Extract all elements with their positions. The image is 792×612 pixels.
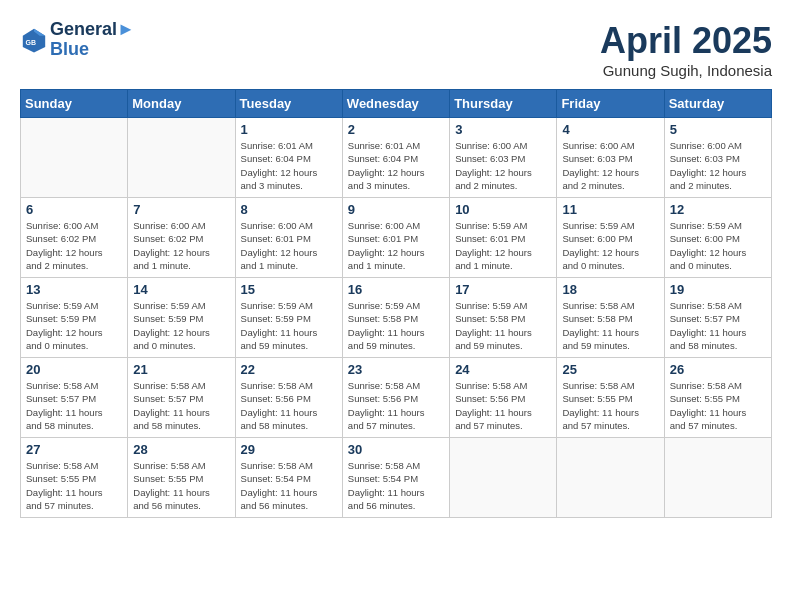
day-info: Sunrise: 5:58 AM Sunset: 5:55 PM Dayligh… <box>562 379 658 432</box>
calendar-cell: 13Sunrise: 5:59 AM Sunset: 5:59 PM Dayli… <box>21 278 128 358</box>
calendar-cell: 8Sunrise: 6:00 AM Sunset: 6:01 PM Daylig… <box>235 198 342 278</box>
calendar-cell: 20Sunrise: 5:58 AM Sunset: 5:57 PM Dayli… <box>21 358 128 438</box>
calendar-cell <box>450 438 557 518</box>
calendar-cell: 23Sunrise: 5:58 AM Sunset: 5:56 PM Dayli… <box>342 358 449 438</box>
day-number: 26 <box>670 362 766 377</box>
day-info: Sunrise: 5:58 AM Sunset: 5:54 PM Dayligh… <box>241 459 337 512</box>
calendar-cell: 4Sunrise: 6:00 AM Sunset: 6:03 PM Daylig… <box>557 118 664 198</box>
svg-text:GB: GB <box>26 39 36 46</box>
calendar-cell: 19Sunrise: 5:58 AM Sunset: 5:57 PM Dayli… <box>664 278 771 358</box>
weekday-header-sunday: Sunday <box>21 90 128 118</box>
day-number: 19 <box>670 282 766 297</box>
day-info: Sunrise: 6:00 AM Sunset: 6:01 PM Dayligh… <box>348 219 444 272</box>
weekday-header-row: SundayMondayTuesdayWednesdayThursdayFrid… <box>21 90 772 118</box>
day-info: Sunrise: 6:00 AM Sunset: 6:03 PM Dayligh… <box>455 139 551 192</box>
page-header: GB General► Blue April 2025 Gunung Sugih… <box>20 20 772 79</box>
day-number: 12 <box>670 202 766 217</box>
day-info: Sunrise: 5:59 AM Sunset: 5:58 PM Dayligh… <box>455 299 551 352</box>
day-number: 2 <box>348 122 444 137</box>
day-number: 10 <box>455 202 551 217</box>
day-number: 3 <box>455 122 551 137</box>
logo: GB General► Blue <box>20 20 135 60</box>
weekday-header-monday: Monday <box>128 90 235 118</box>
day-number: 13 <box>26 282 122 297</box>
calendar-cell: 5Sunrise: 6:00 AM Sunset: 6:03 PM Daylig… <box>664 118 771 198</box>
weekday-header-thursday: Thursday <box>450 90 557 118</box>
day-info: Sunrise: 5:58 AM Sunset: 5:56 PM Dayligh… <box>241 379 337 432</box>
calendar-cell: 14Sunrise: 5:59 AM Sunset: 5:59 PM Dayli… <box>128 278 235 358</box>
calendar-cell: 25Sunrise: 5:58 AM Sunset: 5:55 PM Dayli… <box>557 358 664 438</box>
logo-text: General► Blue <box>50 20 135 60</box>
day-info: Sunrise: 5:58 AM Sunset: 5:56 PM Dayligh… <box>455 379 551 432</box>
day-info: Sunrise: 6:01 AM Sunset: 6:04 PM Dayligh… <box>241 139 337 192</box>
day-number: 24 <box>455 362 551 377</box>
day-number: 5 <box>670 122 766 137</box>
day-number: 20 <box>26 362 122 377</box>
day-info: Sunrise: 5:58 AM Sunset: 5:55 PM Dayligh… <box>133 459 229 512</box>
day-number: 14 <box>133 282 229 297</box>
day-number: 11 <box>562 202 658 217</box>
calendar-cell <box>21 118 128 198</box>
calendar-cell: 24Sunrise: 5:58 AM Sunset: 5:56 PM Dayli… <box>450 358 557 438</box>
day-info: Sunrise: 5:58 AM Sunset: 5:56 PM Dayligh… <box>348 379 444 432</box>
calendar-cell: 22Sunrise: 5:58 AM Sunset: 5:56 PM Dayli… <box>235 358 342 438</box>
subtitle: Gunung Sugih, Indonesia <box>600 62 772 79</box>
calendar-cell: 12Sunrise: 5:59 AM Sunset: 6:00 PM Dayli… <box>664 198 771 278</box>
day-info: Sunrise: 6:01 AM Sunset: 6:04 PM Dayligh… <box>348 139 444 192</box>
calendar-cell: 15Sunrise: 5:59 AM Sunset: 5:59 PM Dayli… <box>235 278 342 358</box>
day-info: Sunrise: 5:58 AM Sunset: 5:55 PM Dayligh… <box>670 379 766 432</box>
day-number: 16 <box>348 282 444 297</box>
day-info: Sunrise: 5:58 AM Sunset: 5:57 PM Dayligh… <box>670 299 766 352</box>
day-number: 29 <box>241 442 337 457</box>
calendar-cell: 11Sunrise: 5:59 AM Sunset: 6:00 PM Dayli… <box>557 198 664 278</box>
day-number: 1 <box>241 122 337 137</box>
calendar-cell <box>557 438 664 518</box>
logo-icon: GB <box>20 26 48 54</box>
week-row-3: 13Sunrise: 5:59 AM Sunset: 5:59 PM Dayli… <box>21 278 772 358</box>
day-info: Sunrise: 5:59 AM Sunset: 6:01 PM Dayligh… <box>455 219 551 272</box>
calendar-cell: 16Sunrise: 5:59 AM Sunset: 5:58 PM Dayli… <box>342 278 449 358</box>
calendar-cell: 26Sunrise: 5:58 AM Sunset: 5:55 PM Dayli… <box>664 358 771 438</box>
weekday-header-tuesday: Tuesday <box>235 90 342 118</box>
week-row-4: 20Sunrise: 5:58 AM Sunset: 5:57 PM Dayli… <box>21 358 772 438</box>
week-row-2: 6Sunrise: 6:00 AM Sunset: 6:02 PM Daylig… <box>21 198 772 278</box>
calendar: SundayMondayTuesdayWednesdayThursdayFrid… <box>20 89 772 518</box>
day-info: Sunrise: 5:59 AM Sunset: 6:00 PM Dayligh… <box>670 219 766 272</box>
day-number: 9 <box>348 202 444 217</box>
day-number: 15 <box>241 282 337 297</box>
day-info: Sunrise: 5:59 AM Sunset: 6:00 PM Dayligh… <box>562 219 658 272</box>
day-info: Sunrise: 6:00 AM Sunset: 6:03 PM Dayligh… <box>670 139 766 192</box>
calendar-cell: 17Sunrise: 5:59 AM Sunset: 5:58 PM Dayli… <box>450 278 557 358</box>
day-number: 7 <box>133 202 229 217</box>
week-row-5: 27Sunrise: 5:58 AM Sunset: 5:55 PM Dayli… <box>21 438 772 518</box>
calendar-cell: 29Sunrise: 5:58 AM Sunset: 5:54 PM Dayli… <box>235 438 342 518</box>
day-info: Sunrise: 5:58 AM Sunset: 5:54 PM Dayligh… <box>348 459 444 512</box>
day-number: 28 <box>133 442 229 457</box>
day-number: 27 <box>26 442 122 457</box>
day-info: Sunrise: 5:58 AM Sunset: 5:57 PM Dayligh… <box>26 379 122 432</box>
calendar-cell: 30Sunrise: 5:58 AM Sunset: 5:54 PM Dayli… <box>342 438 449 518</box>
calendar-cell: 21Sunrise: 5:58 AM Sunset: 5:57 PM Dayli… <box>128 358 235 438</box>
calendar-cell: 28Sunrise: 5:58 AM Sunset: 5:55 PM Dayli… <box>128 438 235 518</box>
weekday-header-saturday: Saturday <box>664 90 771 118</box>
day-number: 18 <box>562 282 658 297</box>
day-info: Sunrise: 5:58 AM Sunset: 5:55 PM Dayligh… <box>26 459 122 512</box>
day-number: 23 <box>348 362 444 377</box>
day-info: Sunrise: 6:00 AM Sunset: 6:03 PM Dayligh… <box>562 139 658 192</box>
day-number: 8 <box>241 202 337 217</box>
day-number: 25 <box>562 362 658 377</box>
calendar-cell <box>664 438 771 518</box>
day-info: Sunrise: 6:00 AM Sunset: 6:02 PM Dayligh… <box>26 219 122 272</box>
calendar-cell: 1Sunrise: 6:01 AM Sunset: 6:04 PM Daylig… <box>235 118 342 198</box>
weekday-header-wednesday: Wednesday <box>342 90 449 118</box>
day-number: 17 <box>455 282 551 297</box>
day-info: Sunrise: 5:59 AM Sunset: 5:59 PM Dayligh… <box>133 299 229 352</box>
calendar-cell: 9Sunrise: 6:00 AM Sunset: 6:01 PM Daylig… <box>342 198 449 278</box>
day-number: 6 <box>26 202 122 217</box>
day-info: Sunrise: 6:00 AM Sunset: 6:01 PM Dayligh… <box>241 219 337 272</box>
day-info: Sunrise: 5:58 AM Sunset: 5:58 PM Dayligh… <box>562 299 658 352</box>
title-area: April 2025 Gunung Sugih, Indonesia <box>600 20 772 79</box>
month-title: April 2025 <box>600 20 772 62</box>
calendar-cell: 3Sunrise: 6:00 AM Sunset: 6:03 PM Daylig… <box>450 118 557 198</box>
week-row-1: 1Sunrise: 6:01 AM Sunset: 6:04 PM Daylig… <box>21 118 772 198</box>
